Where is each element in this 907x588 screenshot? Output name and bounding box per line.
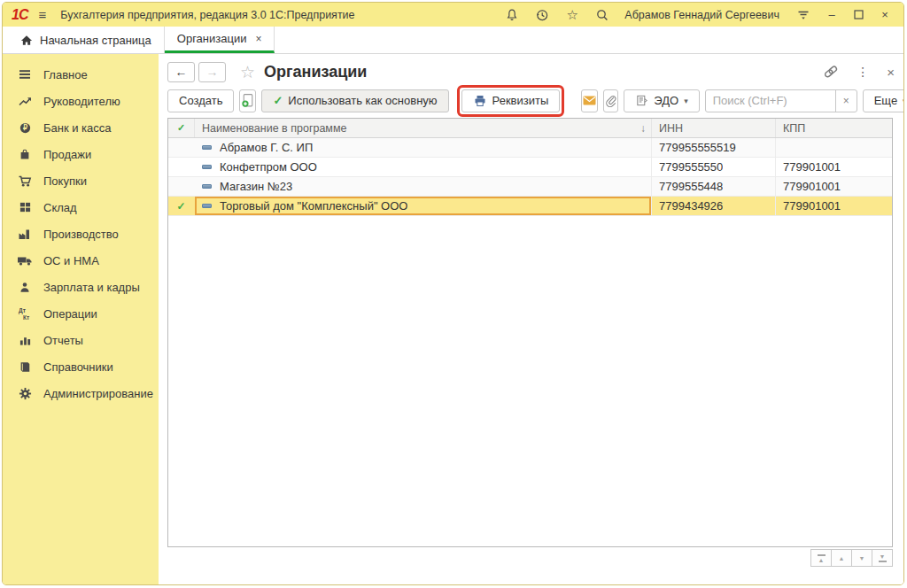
search-clear-icon[interactable]: × — [835, 90, 857, 112]
notifications-bell-icon[interactable] — [500, 6, 523, 24]
main-menu-icon[interactable]: ≡ — [38, 7, 46, 22]
sidebar-item-zarplata-i-kadry[interactable]: Зарплата и кадры — [3, 274, 159, 300]
inn-cell: 7799555550 — [651, 158, 775, 176]
send-email-button[interactable] — [581, 89, 598, 112]
kpp-cell: 779901001 — [775, 177, 892, 196]
table-row[interactable]: Магазин №237799555448779901001 — [168, 177, 892, 197]
close-window-button[interactable]: × — [875, 6, 895, 24]
ruble-icon: ₽ — [17, 120, 33, 135]
sidebar-item-sklad[interactable]: Склад — [3, 194, 159, 220]
history-icon[interactable] — [531, 6, 554, 24]
sort-desc-icon: ↓ — [640, 122, 646, 135]
main-panel: ← → ☆ Организации ⋮ × Создать ✓ — [159, 54, 903, 584]
inn-cell: 779955555519 — [651, 138, 775, 157]
sidebar-item-pokupki[interactable]: Покупки — [3, 167, 159, 194]
sidebar: ГлавноеРуководителю₽Банк и кассаПродажиП… — [3, 54, 159, 584]
sidebar-item-bank-i-kassa[interactable]: ₽Банк и касса — [3, 114, 159, 141]
column-inn[interactable]: ИНН — [651, 119, 775, 137]
trend-chart-icon — [17, 94, 33, 108]
sidebar-item-glavnoe[interactable]: Главное — [3, 61, 159, 88]
tab-close-icon[interactable]: × — [255, 33, 261, 45]
add-favorite-star-icon[interactable]: ☆ — [240, 62, 255, 82]
home-icon — [20, 35, 33, 46]
sidebar-item-prodazhi[interactable]: Продажи — [3, 141, 159, 167]
tab-bar: Начальная страница Организации × — [3, 27, 903, 54]
back-button[interactable]: ← — [167, 62, 195, 82]
printer-icon — [473, 94, 487, 108]
search-input[interactable] — [706, 94, 835, 107]
sidebar-item-label: Руководителю — [43, 95, 120, 108]
current-user[interactable]: Абрамов Геннадий Сергеевич — [624, 9, 779, 21]
go-last-button[interactable]: ▼ — [872, 549, 893, 567]
tab-organizations[interactable]: Организации × — [165, 27, 275, 53]
table-row[interactable]: Конфетпром ООО7799555550779901001 — [168, 158, 892, 177]
organizations-table: ✓ Наименование в программе ↓ ИНН КПП Абр… — [167, 118, 893, 547]
bar-chart-icon — [17, 333, 33, 347]
create-button[interactable]: Создать — [167, 89, 234, 112]
close-page-icon[interactable]: × — [887, 65, 895, 80]
sidebar-item-label: ОС и НМА — [43, 254, 99, 267]
sidebar-item-os-i-nma[interactable]: ОС и НМА — [3, 247, 159, 274]
table-header-row: ✓ Наименование в программе ↓ ИНН КПП — [168, 119, 892, 138]
go-prev-button[interactable]: ▲ — [831, 549, 852, 567]
inn-cell: 7799555448 — [651, 177, 775, 196]
tab-home[interactable]: Начальная страница — [8, 27, 165, 53]
1c-logo: 1С — [12, 7, 27, 23]
use-as-main-button[interactable]: ✓ Использовать как основную — [261, 89, 448, 112]
factory-icon — [17, 227, 33, 241]
go-first-button[interactable]: ▲ — [810, 549, 832, 567]
service-settings-icon[interactable] — [792, 6, 815, 24]
sidebar-item-label: Главное — [43, 68, 88, 81]
inn-cell: 7799434926 — [651, 197, 775, 215]
page-header: ← → ☆ Организации ⋮ × — [167, 60, 895, 83]
sidebar-item-administrirovanie[interactable]: Администрирование — [3, 380, 159, 406]
sidebar-item-rukovoditelyu[interactable]: Руководителю — [3, 88, 159, 114]
organization-icon — [202, 204, 212, 208]
edo-button[interactable]: ЭДО ▾ — [624, 89, 699, 112]
attachments-button[interactable] — [603, 89, 618, 112]
sidebar-item-label: Покупки — [43, 174, 87, 188]
name-cell: Абрамов Г. С. ИП — [195, 138, 651, 157]
kpp-cell: 779901001 — [775, 197, 892, 215]
more-menu-kebab-icon[interactable]: ⋮ — [857, 65, 869, 79]
column-kpp[interactable]: КПП — [775, 119, 892, 137]
book-icon — [17, 360, 33, 374]
kpp-cell — [775, 138, 892, 157]
table-row[interactable]: Абрамов Г. С. ИП779955555519 — [168, 138, 892, 158]
chevron-down-icon: ▾ — [684, 97, 688, 105]
get-link-icon[interactable] — [823, 65, 839, 79]
minimize-button[interactable]: – — [822, 6, 841, 24]
main-flag-cell — [168, 138, 195, 157]
person-icon — [17, 280, 33, 294]
favorites-star-icon[interactable]: ☆ — [561, 6, 584, 24]
column-main-flag[interactable]: ✓ — [168, 119, 195, 137]
svg-text:₽: ₽ — [22, 123, 27, 132]
table-row[interactable]: ✓Торговый дом "Комплексный" ООО779943492… — [168, 197, 892, 216]
truck-icon — [17, 253, 33, 267]
organization-icon — [202, 184, 212, 189]
column-name[interactable]: Наименование в программе ↓ — [195, 119, 651, 137]
app-title: Бухгалтерия предприятия, редакция 3.0 1С… — [60, 9, 354, 21]
main-flag-cell — [168, 177, 195, 196]
create-group-button[interactable] — [239, 89, 256, 112]
main-flag-cell: ✓ — [168, 197, 195, 215]
global-search-icon[interactable] — [591, 6, 614, 24]
name-cell: Магазин №23 — [195, 177, 651, 196]
sidebar-item-otchety[interactable]: Отчеты — [3, 327, 159, 353]
sidebar-item-proizvodstvo[interactable]: Производство — [3, 220, 159, 247]
maximize-button[interactable] — [849, 6, 868, 24]
forward-button[interactable]: → — [198, 62, 226, 82]
sidebar-item-label: Администрирование — [43, 387, 153, 400]
sidebar-item-label: Продажи — [43, 148, 91, 161]
more-button[interactable]: Еще ▾ — [863, 89, 904, 112]
main-flag-cell — [168, 158, 195, 176]
toolbar: Создать ✓ Использовать как основную Рекв… — [167, 89, 895, 112]
sidebar-item-operacii[interactable]: ДтКтОперации — [3, 300, 159, 327]
organization-name: Абрамов Г. С. ИП — [220, 141, 313, 154]
list-navigation: ▲ ▲ ▼ ▼ — [811, 549, 893, 567]
sidebar-item-label: Операции — [43, 307, 97, 321]
sidebar-item-spravochniki[interactable]: Справочники — [3, 353, 159, 380]
go-next-button[interactable]: ▼ — [851, 549, 872, 567]
requisites-button[interactable]: Реквизиты — [461, 89, 561, 112]
organization-name: Конфетпром ООО — [220, 160, 317, 174]
